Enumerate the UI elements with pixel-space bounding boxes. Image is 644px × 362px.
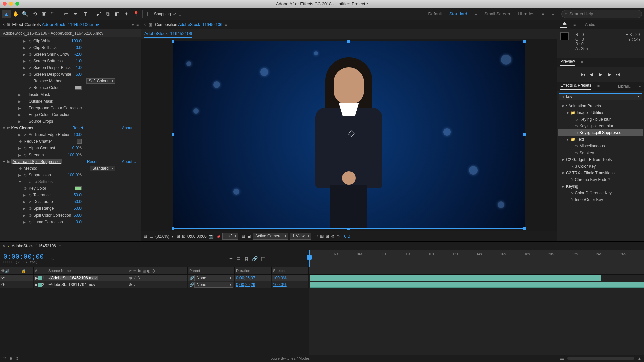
- ec-property-row[interactable]: ▶⊘Tolerance50.0: [2, 192, 139, 198]
- snapping-checkbox-icon[interactable]: [147, 12, 152, 16]
- next-frame-icon[interactable]: |▶: [606, 72, 611, 77]
- tl-timecode-value[interactable]: 0;00;00;00: [3, 252, 44, 260]
- tl-icon1[interactable]: ⬚: [221, 256, 226, 261]
- clear-search-icon[interactable]: ×: [637, 94, 640, 99]
- viewer-timecode[interactable]: 0;00;00;00: [187, 234, 207, 239]
- sw-icon[interactable]: ✳: [129, 269, 132, 273]
- ec-property-row[interactable]: ▶⊘Additional Edge Radius10.0: [2, 131, 139, 138]
- handle-br-icon[interactable]: [523, 227, 526, 230]
- tl-icon5[interactable]: 🔗: [252, 256, 258, 261]
- ep-more-icon[interactable]: »: [638, 84, 641, 89]
- layer-bar[interactable]: [310, 275, 601, 281]
- pin-tool-icon[interactable]: 📍: [131, 10, 140, 18]
- sw-icon[interactable]: fx: [138, 269, 141, 273]
- window-controls[interactable]: [3, 2, 19, 6]
- comp-subtab[interactable]: AdobeStock_116452106: [144, 31, 192, 38]
- eye-icon[interactable]: 👁: [1, 282, 5, 287]
- timeline-tracks[interactable]: [309, 275, 644, 355]
- pen-tool-icon[interactable]: ✒: [71, 10, 80, 18]
- workspace-smallscreen[interactable]: Small Screen: [484, 11, 510, 16]
- timeline-timecode[interactable]: 0;00;00;00 00000 (29.97 fps): [0, 250, 47, 267]
- ec-property-row[interactable]: ▶⊘Screen Despot White5.0: [2, 71, 139, 78]
- ec-property-row[interactable]: ▶Source Crops: [2, 118, 139, 125]
- ec-property-row[interactable]: Replace MethodSoft Colour: [2, 78, 139, 84]
- tl-foot-icon2[interactable]: ⊕: [9, 356, 12, 361]
- ec-property-row[interactable]: ▶⊘Spill Range50.0: [2, 205, 139, 212]
- comp-close-icon[interactable]: ×: [144, 22, 146, 27]
- close-window-icon[interactable]: [3, 2, 7, 6]
- toggle-switches[interactable]: Toggle Switches / Modes: [269, 356, 310, 360]
- info-tab[interactable]: Info: [560, 21, 567, 28]
- handle-bl-icon[interactable]: [172, 227, 174, 230]
- sw-icon[interactable]: ☀: [133, 269, 137, 273]
- tree-item[interactable]: fxChroma Key Fade *: [558, 176, 643, 183]
- preview-menu-icon[interactable]: ≡: [581, 60, 583, 65]
- tree-group[interactable]: ▼C2 Gadget - Editors Tools: [558, 156, 643, 163]
- workspace-more-icon[interactable]: »: [542, 11, 544, 16]
- prev-frame-icon[interactable]: ◀|: [590, 72, 595, 77]
- tree-item[interactable]: fx3 Color Key: [558, 163, 643, 170]
- eraser-tool-icon[interactable]: ◧: [113, 10, 121, 18]
- vb-icon1[interactable]: ⬚: [314, 234, 318, 239]
- tree-item[interactable]: fxKeying - green blur: [558, 123, 643, 129]
- vb-icon4[interactable]: ⚙: [331, 234, 335, 239]
- link-icon[interactable]: 🔗: [189, 282, 194, 287]
- mask-icon[interactable]: ▣: [247, 234, 251, 239]
- help-search[interactable]: ⌕ Search Help: [561, 10, 642, 18]
- minimize-window-icon[interactable]: [9, 2, 13, 6]
- preview-tab[interactable]: Preview: [560, 59, 575, 66]
- last-frame-icon[interactable]: ⏭: [615, 72, 620, 77]
- tree-item[interactable]: fxInner/Outer Key: [558, 196, 643, 203]
- display-icon[interactable]: 🖵: [149, 234, 153, 239]
- channel-icon[interactable]: ◉: [217, 234, 220, 239]
- snap-opt2-icon[interactable]: ⊡: [178, 12, 182, 16]
- ec-property-row[interactable]: ⊘Reduce Chatter✓: [2, 138, 139, 145]
- ec-property-row[interactable]: ▶Foreground Colour Correction: [2, 105, 139, 111]
- workspace-menu-icon[interactable]: ≡: [474, 11, 477, 16]
- ec-property-row[interactable]: ▶⊘Clip White100.0: [2, 38, 139, 44]
- zoom-value[interactable]: (82.6%): [155, 234, 169, 239]
- libraries-tab[interactable]: Librari...: [618, 84, 632, 89]
- handle-mr-icon[interactable]: [523, 133, 526, 136]
- tl-foot-icon3[interactable]: {}: [16, 356, 18, 360]
- layer-row[interactable]: 👁▶ 1▪ AdobeSt...16452106.mov⊕/fx🔗 None0;…: [0, 275, 309, 281]
- ec-property-row[interactable]: ▶⊘Clip Rollback0.0: [2, 44, 139, 51]
- tl-icon3[interactable]: ▤: [236, 256, 241, 261]
- first-frame-icon[interactable]: ⏮: [581, 72, 586, 77]
- ec-property-row[interactable]: ▶⊘Spill Color Correction50.0: [2, 212, 139, 219]
- ec-property-row[interactable]: ▶⊘Alpha Contrast0.0%: [2, 145, 139, 152]
- ec-property-row[interactable]: ⊘Replace Colour: [2, 84, 139, 91]
- vb-icon3[interactable]: ⊞: [326, 234, 329, 239]
- grid-icon[interactable]: ▦: [241, 234, 245, 239]
- ec-property-row[interactable]: ▶⊘Strength100.0%: [2, 152, 139, 158]
- vb-icon5[interactable]: ⟳: [337, 234, 340, 239]
- comp-menu-icon[interactable]: ≡: [225, 22, 227, 27]
- ec-lock-icon[interactable]: ▣: [7, 22, 10, 27]
- eye-icon[interactable]: 👁: [1, 276, 5, 280]
- ep-menu-icon[interactable]: ≡: [597, 84, 600, 89]
- res-icon2[interactable]: ⊡: [182, 234, 185, 239]
- zoom-tool-icon[interactable]: 🔍: [21, 10, 30, 18]
- shape-tool-icon[interactable]: ▭: [62, 10, 71, 18]
- tree-group[interactable]: ▼📁Text: [558, 136, 643, 143]
- col-source[interactable]: Source Name: [47, 267, 127, 274]
- snapping-toggle[interactable]: Snapping ⤢ ⊡: [147, 12, 182, 16]
- tl-menu-icon[interactable]: ≡: [59, 244, 61, 248]
- clone-tool-icon[interactable]: ⧉: [103, 10, 112, 18]
- timeline-ruler[interactable]: 02s04s06s08s10s12s14s16s18s20s22s24s26s: [309, 250, 644, 267]
- audio-tab[interactable]: Audio: [585, 22, 595, 27]
- layer-bar[interactable]: [310, 282, 644, 288]
- tree-item[interactable]: fxSmokey: [558, 149, 643, 156]
- ec-property-row[interactable]: ▶Edge Colour Correction: [2, 111, 139, 118]
- effects-search-input[interactable]: [566, 94, 635, 99]
- ec-more-icon[interactable]: »: [132, 22, 134, 27]
- tl-icon6[interactable]: ⬚: [261, 256, 265, 261]
- tl-close-icon[interactable]: ×: [3, 244, 5, 248]
- col-speaker-icon[interactable]: 🔊: [5, 269, 10, 273]
- play-icon[interactable]: ▶: [599, 72, 602, 77]
- tree-item[interactable]: fxColor Difference Key: [558, 190, 643, 196]
- vb-icon2[interactable]: ▦: [320, 234, 324, 239]
- snap-opt1-icon[interactable]: ⤢: [173, 12, 176, 16]
- tl-icon2[interactable]: ✦: [229, 256, 233, 261]
- effects-presets-tab[interactable]: Effects & Presets: [560, 83, 591, 90]
